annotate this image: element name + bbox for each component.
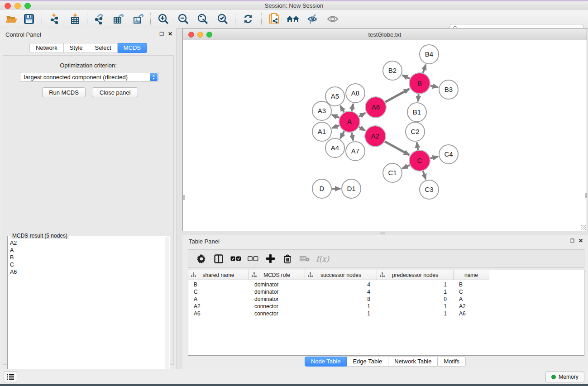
graph-node-label: A7: [351, 147, 359, 155]
tab-edge-table[interactable]: Edge Table: [347, 357, 388, 367]
column-header-label: predecessor nodes: [392, 272, 438, 278]
network-minimize-button[interactable]: [197, 32, 203, 38]
export-image-button[interactable]: [130, 11, 147, 27]
table-row[interactable]: Bdominator41B: [188, 281, 584, 288]
run-mcds-button[interactable]: Run MCDS: [42, 87, 86, 97]
task-history-button[interactable]: [4, 372, 17, 382]
column-header-successor-nodes[interactable]: successor nodes: [305, 270, 377, 280]
status-bar: Memory: [0, 369, 588, 384]
network-window-titlebar[interactable]: testGlobe.txt: [183, 29, 587, 41]
graph-edge-A-A8[interactable]: [352, 104, 353, 111]
network-graph[interactable]: AA1A2A3A4A5A6A7A8BB1B2B3B4CC1C2C3C4DD1: [183, 40, 587, 231]
graph-edge-A-A7[interactable]: [352, 133, 354, 141]
graph-node-label: C2: [411, 128, 419, 135]
network-zoom-button[interactable]: [206, 32, 212, 38]
column-header-predecessor-nodes[interactable]: predecessor nodes: [377, 270, 454, 280]
window-resize-grip[interactable]: [581, 225, 586, 230]
criterion-select[interactable]: largest connected component (directed) ▲…: [20, 72, 158, 82]
graph-edge-A-A5[interactable]: [340, 106, 344, 112]
export-network-button[interactable]: [91, 11, 107, 27]
column-header-shared-name[interactable]: shared name: [188, 270, 249, 280]
result-scrollbar[interactable]: [165, 237, 169, 386]
float-panel-icon[interactable]: ❐: [159, 31, 164, 37]
graph-edge-A2-C[interactable]: [385, 142, 409, 155]
graph-edge-C-C3[interactable]: [423, 171, 425, 179]
home-button[interactable]: [285, 11, 301, 27]
tab-node-table[interactable]: Node Table: [305, 357, 347, 367]
graph-edge-A-A2[interactable]: [359, 127, 365, 131]
table-close-panel-icon[interactable]: ✕: [578, 238, 583, 244]
tab-network[interactable]: Network: [29, 43, 64, 53]
zoom-in-button[interactable]: [155, 11, 172, 27]
table-cell: 1: [377, 303, 454, 310]
result-list-item[interactable]: A2: [9, 239, 165, 247]
window-titlebar[interactable]: Session: New Session: [0, 1, 588, 10]
refresh-view-button[interactable]: [240, 11, 256, 27]
deselect-all-columns-button[interactable]: [244, 251, 262, 267]
tab-style[interactable]: Style: [64, 43, 89, 53]
graph-edge-C-C2[interactable]: [417, 143, 418, 150]
tab-network-table[interactable]: Network Table: [388, 357, 438, 367]
zoom-window-button[interactable]: [24, 3, 31, 9]
table-cell: 1: [377, 288, 454, 295]
hide-graphics-details-button[interactable]: [305, 11, 321, 27]
table-row[interactable]: A6connector11A6: [188, 310, 584, 317]
add-column-button[interactable]: [262, 251, 279, 267]
table-settings-button[interactable]: [193, 251, 210, 267]
network-canvas[interactable]: AA1A2A3A4A5A6A7A8BB1B2B3B4CC1C2C3C4DD1: [183, 40, 587, 231]
column-view-button[interactable]: [210, 251, 227, 267]
zoom-fit-button[interactable]: [195, 11, 211, 27]
table-cell: A: [188, 295, 249, 303]
graph-edge-B-B2[interactable]: [402, 75, 410, 79]
graph-edge-B-B1[interactable]: [418, 94, 419, 101]
import-network-button[interactable]: [46, 11, 62, 27]
desktop-background-bottom: [0, 384, 588, 386]
graph-edge-A-A6[interactable]: [359, 113, 365, 117]
graph-edge-C-C4[interactable]: [430, 157, 438, 158]
import-table-button[interactable]: [67, 11, 83, 27]
result-list-item[interactable]: B: [9, 254, 165, 261]
table-cell: C: [188, 288, 249, 295]
zoom-out-button[interactable]: [175, 11, 191, 27]
memory-button[interactable]: Memory: [545, 372, 584, 382]
graph-edge-B-B3[interactable]: [430, 86, 438, 87]
delete-column-button[interactable]: [279, 251, 296, 267]
select-all-columns-button[interactable]: [227, 251, 244, 267]
canvas-scroll-indicator-left: [183, 195, 185, 200]
tab-mcds[interactable]: MCDS: [118, 43, 147, 53]
node-table[interactable]: shared nameMCDS rolesuccessor nodesprede…: [188, 270, 584, 356]
graph-edge-A-A3[interactable]: [332, 115, 339, 118]
result-list-item[interactable]: A: [9, 247, 165, 254]
close-window-button[interactable]: [5, 3, 11, 9]
result-list-item[interactable]: C: [9, 261, 165, 268]
minimize-window-button[interactable]: [14, 3, 21, 9]
graph-edge-A-A1[interactable]: [332, 125, 339, 128]
zoom-selected-button[interactable]: [215, 11, 231, 27]
column-header-mcds-role[interactable]: MCDS role: [249, 270, 305, 280]
graph-edge-A-A4[interactable]: [340, 131, 344, 138]
table-float-panel-icon[interactable]: ❐: [570, 238, 574, 244]
close-panel-icon[interactable]: ✕: [168, 31, 172, 37]
tab-select[interactable]: Select: [89, 43, 118, 53]
graph-edge-C-C1[interactable]: [402, 165, 410, 168]
show-graphics-details-button[interactable]: [325, 11, 341, 27]
table-row[interactable]: Cdominator41C: [188, 288, 584, 295]
table-cell: 1: [305, 303, 377, 310]
table-row[interactable]: A2connector11A2: [188, 303, 584, 310]
column-header-name[interactable]: name: [454, 270, 489, 280]
table-cell: dominator: [249, 288, 305, 295]
table-row[interactable]: Adominator80A: [188, 295, 584, 303]
graph-edge-B-B4[interactable]: [423, 65, 425, 73]
open-session-button[interactable]: [4, 11, 20, 27]
result-list-item[interactable]: A6: [9, 268, 165, 276]
delete-table-button[interactable]: [296, 251, 313, 267]
network-close-button[interactable]: [188, 32, 194, 38]
graph-edge-A6-B[interactable]: [385, 89, 409, 102]
function-builder-button[interactable]: f(x): [316, 254, 329, 263]
open-session-file-button[interactable]: [266, 11, 282, 27]
export-table-button[interactable]: [110, 11, 127, 27]
tab-motifs[interactable]: Motifs: [438, 357, 466, 367]
close-panel-button[interactable]: Close panel: [92, 87, 138, 97]
panel-splitter-handle[interactable]: [380, 232, 385, 234]
save-session-button[interactable]: [21, 11, 37, 27]
